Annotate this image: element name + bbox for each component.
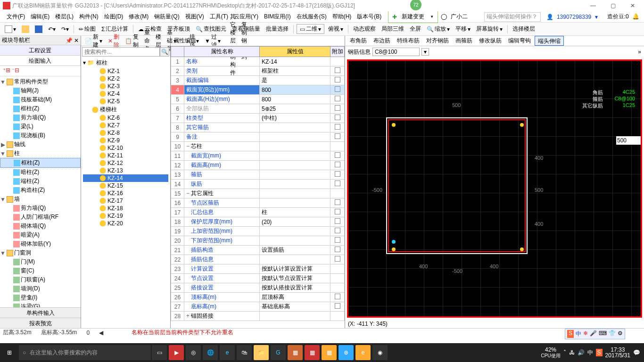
- local-3d-button[interactable]: 局部三维: [380, 24, 406, 34]
- ktree-item[interactable]: KZ-3: [83, 82, 168, 90]
- minimize-button[interactable]: —: [585, 2, 602, 9]
- tree-node[interactable]: ▼常用构件类型: [0, 77, 81, 86]
- collapse-icon[interactable]: »: [638, 49, 641, 55]
- property-row[interactable]: 9备注: [171, 132, 345, 142]
- ktree-item[interactable]: KZ-12: [83, 159, 168, 167]
- taskbar-app-2[interactable]: ◎: [186, 345, 201, 360]
- ktree-item[interactable]: KZ-1: [83, 67, 168, 75]
- fullscreen-button[interactable]: 全屏: [408, 24, 423, 34]
- menu-item[interactable]: 版本号(B): [355, 12, 383, 21]
- taskbar-app-9[interactable]: e: [355, 345, 371, 360]
- gxe-button[interactable]: ◯ 广小二: [439, 12, 471, 22]
- new-file-icon[interactable]: ▾: [3, 25, 18, 34]
- pan-button[interactable]: 平移▾: [454, 24, 472, 34]
- tray-vol-icon[interactable]: 🔊: [578, 349, 585, 356]
- property-row[interactable]: 25 搭接设置按默认搭接设置计算: [171, 283, 345, 293]
- rebar-tab[interactable]: 布边筋: [371, 36, 393, 46]
- tab-project-settings[interactable]: 工程设置: [0, 45, 81, 55]
- tray-sougou-icon[interactable]: S: [596, 349, 603, 356]
- tree-node[interactable]: 框柱(Z): [0, 158, 81, 168]
- property-row[interactable]: 10− 芯柱: [171, 142, 345, 151]
- taskbar-app-8[interactable]: ⊕: [339, 345, 354, 360]
- pin-icon[interactable]: 📌 ✕: [66, 37, 79, 44]
- tray-clock[interactable]: 17:332017/5/31: [605, 347, 630, 358]
- left-icon-row[interactable]: ⁺⊞ ⁻⊟: [0, 66, 81, 76]
- ktree-item[interactable]: KZ-18: [83, 205, 168, 212]
- property-row[interactable]: 5截面高(H边)(mm)800: [171, 95, 345, 104]
- rebar-tab[interactable]: 画箍筋: [453, 36, 475, 46]
- ktree-item[interactable]: KZ-20: [83, 220, 168, 227]
- rebar-tab[interactable]: 对齐钢筋: [423, 36, 452, 46]
- zoom-button[interactable]: 🔍缩放▾: [425, 24, 452, 34]
- dimension-input[interactable]: 500: [616, 136, 642, 145]
- ime-toolbar[interactable]: S中❄🎤⌨👕⚙: [565, 329, 625, 339]
- menu-item[interactable]: 工具(T): [208, 12, 230, 21]
- tree-node[interactable]: 构造柱(Z): [0, 186, 81, 195]
- ktree-item[interactable]: KZ-11: [83, 152, 168, 159]
- rebar-tab[interactable]: 布角筋: [347, 36, 370, 46]
- ktree-item[interactable]: KZ-6: [83, 114, 168, 122]
- ktree-item[interactable]: KZ-4: [83, 90, 168, 98]
- open-file-icon[interactable]: [20, 25, 31, 34]
- redo-icon[interactable]: ↷▾: [59, 25, 71, 33]
- tree-node[interactable]: 剪力墙(Q): [0, 204, 81, 213]
- tree-node[interactable]: 轴网(J): [0, 86, 81, 95]
- rebar-tab[interactable]: 特殊布筋: [394, 36, 422, 46]
- tree-node[interactable]: 砌体加筋(Y): [0, 239, 81, 248]
- rebar-tab[interactable]: 编辑弯钩: [505, 36, 534, 46]
- task-view-icon[interactable]: ▭: [152, 345, 167, 360]
- tray-notification-icon[interactable]: 💬: [633, 349, 640, 356]
- property-row[interactable]: 3截面编辑是: [171, 76, 345, 85]
- menu-item[interactable]: 视图(V): [183, 12, 206, 21]
- menu-item[interactable]: 文件(F): [5, 12, 27, 21]
- component-search-input[interactable]: [82, 47, 160, 57]
- close-button[interactable]: ✕: [624, 2, 641, 9]
- tree-node[interactable]: 端柱(Z): [0, 177, 81, 186]
- ktree-item[interactable]: KZ-14: [83, 174, 168, 182]
- property-row[interactable]: 6全部纵筋5⊕25: [171, 104, 345, 114]
- taskbar-app-10[interactable]: ◉: [372, 345, 388, 360]
- property-row[interactable]: 27 底标高(m)基础底标高: [171, 302, 345, 312]
- col-name[interactable]: 属性名称: [184, 47, 260, 57]
- tree-node[interactable]: 窗(C): [0, 266, 81, 275]
- property-row[interactable]: 19 上加密范围(mm): [171, 227, 345, 236]
- taskbar-app-5[interactable]: ▦: [288, 345, 303, 360]
- property-row[interactable]: 13 箍筋: [171, 170, 345, 180]
- property-row[interactable]: 8其它箍筋: [171, 123, 345, 132]
- tray-ime-label[interactable]: 中: [587, 349, 593, 357]
- taskbar-app-4[interactable]: G: [271, 345, 286, 360]
- property-row[interactable]: 21 插筋构造设置插筋: [171, 246, 345, 255]
- ktree-item[interactable]: KZ-13: [83, 167, 168, 174]
- taskbar-edge[interactable]: e: [220, 345, 235, 360]
- rebar-info-dropdown[interactable]: ▾: [421, 48, 429, 56]
- menu-item[interactable]: 在线服务(S): [295, 12, 329, 21]
- taskbar-store[interactable]: 🛍: [237, 345, 252, 360]
- ktree-item[interactable]: KZ-17: [83, 197, 168, 205]
- menu-item[interactable]: 绘图(D): [102, 12, 125, 21]
- ktree-item[interactable]: KZ-9: [83, 137, 168, 144]
- property-row[interactable]: 23 计算设置按默认计算设置计算: [171, 264, 345, 274]
- menu-item[interactable]: 楼层(L): [53, 12, 75, 21]
- ktree-item[interactable]: KZ-5: [83, 98, 168, 105]
- property-row[interactable]: 20 下加密范围(mm): [171, 236, 345, 246]
- tree-node[interactable]: 门联窗(A): [0, 275, 81, 284]
- taskbar-app-7[interactable]: ▦: [322, 345, 337, 360]
- tree-node[interactable]: 框柱(Z): [0, 104, 81, 113]
- property-row[interactable]: 28+ 锚固搭接: [171, 312, 345, 321]
- col-extra[interactable]: 附加: [330, 47, 345, 57]
- tray-net-icon[interactable]: 🖧: [569, 349, 575, 356]
- taskbar-app-3[interactable]: 🌐: [203, 345, 218, 360]
- tree-node[interactable]: 门(M): [0, 257, 81, 266]
- ktree-item[interactable]: KZ-16: [83, 189, 168, 197]
- ktree-item[interactable]: KZ-7: [83, 122, 168, 129]
- property-row[interactable]: 26 顶标高(m)层顶标高: [171, 293, 345, 302]
- tab-single-input[interactable]: 单构件输入: [0, 307, 81, 318]
- tree-node[interactable]: 砌体墙(Q): [0, 222, 81, 230]
- tree-node[interactable]: 筏板基础(M): [0, 95, 81, 104]
- menu-item[interactable]: 帮助(H): [330, 12, 354, 21]
- rebar-info-input[interactable]: [372, 48, 420, 56]
- help-search-input[interactable]: [484, 12, 541, 22]
- tree-node[interactable]: 梁(L): [0, 122, 81, 131]
- ktree-item[interactable]: KZ-8: [83, 129, 168, 137]
- rotate-button[interactable]: 屏幕旋转▾: [474, 24, 504, 34]
